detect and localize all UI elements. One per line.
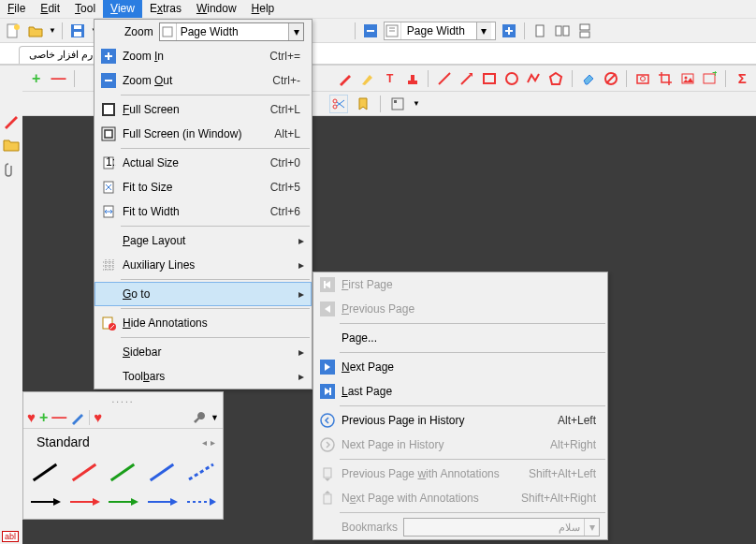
add-tool[interactable]: + (28, 70, 45, 87)
circle-tool[interactable] (503, 70, 520, 87)
previous-page-item[interactable]: Previous Page (313, 297, 607, 321)
svg-point-34 (333, 99, 337, 103)
bookmarks-combo[interactable]: ▾ (403, 518, 600, 537)
save-btn[interactable] (68, 22, 87, 40)
line-blue[interactable] (144, 459, 180, 485)
menu-help[interactable]: Help (244, 0, 283, 18)
zoom-out-item[interactable]: Zoom Out Ctrl+- (94, 68, 312, 93)
svg-point-63 (321, 438, 334, 451)
polygon-tool[interactable] (547, 70, 564, 87)
menu-extras[interactable]: Extras (142, 0, 189, 18)
zoom-in-item[interactable]: Zoom In Ctrl+= (94, 44, 312, 68)
line-tool[interactable] (436, 70, 453, 87)
chevron-down-icon[interactable]: ▾ (476, 22, 491, 39)
arrow-red[interactable] (66, 489, 102, 515)
prev-history-item[interactable]: Previous Page in History Alt+Left (313, 408, 607, 433)
palette-drag-handle[interactable]: ..... (23, 392, 223, 406)
pencil-rail-icon[interactable] (3, 112, 20, 129)
next-annotations-item[interactable]: Next Page with Annotations Shift+Alt+Rig… (313, 486, 607, 510)
zoom-combo[interactable]: Page Width ▾ (384, 22, 496, 40)
new-btn[interactable] (4, 22, 22, 40)
text-tool[interactable]: T (382, 70, 399, 87)
line-black[interactable] (27, 459, 63, 485)
aux-lines-item[interactable]: Auxiliary Lines ▸ (94, 253, 312, 277)
remove-tool[interactable]: — (51, 70, 67, 87)
bookmarks-input[interactable] (404, 519, 584, 536)
highlighter-tool[interactable] (359, 70, 376, 87)
folder-rail-icon[interactable] (3, 137, 20, 154)
actual-size-item[interactable]: 1:1 Actual Size Ctrl+0 (94, 151, 312, 175)
menu-window[interactable]: Window (189, 0, 244, 18)
hide-annotations-item[interactable]: Hide Annotations (94, 311, 312, 335)
arrow-blue[interactable] (144, 489, 180, 515)
crop-tool[interactable] (657, 70, 674, 87)
heart-icon[interactable]: ♥ (27, 409, 36, 425)
grid-icon (98, 257, 119, 272)
actual-size-icon: 1:1 (98, 155, 119, 170)
page-item[interactable]: Page... (313, 326, 607, 350)
first-page-item[interactable]: First Page (313, 272, 607, 297)
menu-edit[interactable]: Edit (33, 0, 67, 18)
square-tool[interactable] (481, 70, 498, 87)
fit-to-size-item[interactable]: Fit to Size Ctrl+5 (94, 175, 312, 199)
full-screen-window-item[interactable]: Full Screen (in Window) Alt+L (94, 122, 312, 146)
full-screen-item[interactable]: Full Screen Ctrl+L (94, 97, 312, 122)
next-history-item[interactable]: Next Page in History Alt+Right (313, 433, 607, 457)
plus-icon[interactable]: + (39, 409, 48, 426)
page-layout-double-btn[interactable] (553, 22, 572, 40)
bookmarks-row: Bookmarks ▾ (313, 515, 607, 539)
chevron-right-icon: ▸ (295, 287, 304, 301)
pencil-icon[interactable] (70, 410, 85, 425)
eraser-tool[interactable] (580, 70, 597, 87)
image-tool[interactable] (679, 70, 696, 87)
scissors-btn[interactable] (329, 95, 348, 113)
arrow-blue-dashed[interactable] (183, 489, 219, 515)
next-page-item[interactable]: Next Page (313, 355, 607, 379)
page-layout-item[interactable]: Page Layout ▸ (94, 228, 312, 253)
line-blue-dashed[interactable] (183, 459, 219, 485)
chevron-left-icon[interactable]: ◂ (200, 437, 209, 448)
line-green[interactable] (106, 459, 141, 485)
zoom-in-btn[interactable] (500, 22, 518, 40)
line-red[interactable] (66, 459, 102, 485)
sidebar-item[interactable]: Sidebar ▸ (94, 340, 312, 364)
chevron-down-icon[interactable]: ▼ (211, 413, 219, 422)
page-layout-single-btn[interactable] (531, 22, 549, 40)
go-to-item[interactable]: Go to ▸ (94, 282, 312, 306)
prev-annotations-item[interactable]: Previous Page with Annotations Shift+Alt… (313, 462, 607, 486)
snapshot-tool[interactable] (634, 70, 651, 87)
chevron-down-icon[interactable]: ▾ (584, 519, 599, 536)
clip-rail-icon[interactable] (3, 161, 20, 178)
wrench-icon[interactable] (192, 410, 207, 425)
zoom-out-btn[interactable] (361, 22, 380, 40)
next-page-icon (317, 360, 338, 375)
arrow-green[interactable] (106, 489, 141, 515)
svg-rect-16 (563, 26, 569, 36)
svg-rect-57 (324, 281, 326, 288)
page-layout-cont-btn[interactable] (575, 22, 594, 40)
svg-rect-39 (394, 100, 397, 103)
toolbars-item[interactable]: Toolbars ▸ (94, 364, 312, 389)
image-add-tool[interactable]: + (702, 70, 719, 87)
arrow-tool[interactable] (458, 70, 475, 87)
chevron-down-icon[interactable]: ▾ (288, 23, 303, 40)
stamp-tool[interactable] (404, 70, 421, 87)
open-btn[interactable] (26, 22, 45, 40)
minus-icon[interactable]: — (51, 409, 66, 426)
thumb-btn[interactable] (388, 95, 407, 113)
arrow-black[interactable] (27, 489, 63, 515)
bookmark-btn[interactable] (354, 95, 372, 113)
polyline-tool[interactable] (525, 70, 542, 87)
fit-to-width-item[interactable]: Fit to Width Ctrl+6 (94, 199, 312, 224)
redact-tool[interactable] (603, 70, 619, 87)
last-page-item[interactable]: Last Page (313, 379, 607, 404)
pen-tool[interactable] (337, 70, 354, 87)
sigma-tool[interactable]: Σ (734, 70, 750, 87)
menu-view[interactable]: View (103, 0, 142, 18)
menu-tool[interactable]: Tool (67, 0, 103, 18)
chevron-right-icon[interactable]: ▸ (209, 437, 217, 448)
menu-file[interactable]: File (0, 0, 33, 18)
heart-icon-2[interactable]: ♥ (94, 409, 102, 425)
zoom-combo-menu[interactable]: Page Width ▾ (159, 22, 304, 41)
document-tab[interactable]: رم افزار خاصی (19, 46, 103, 64)
